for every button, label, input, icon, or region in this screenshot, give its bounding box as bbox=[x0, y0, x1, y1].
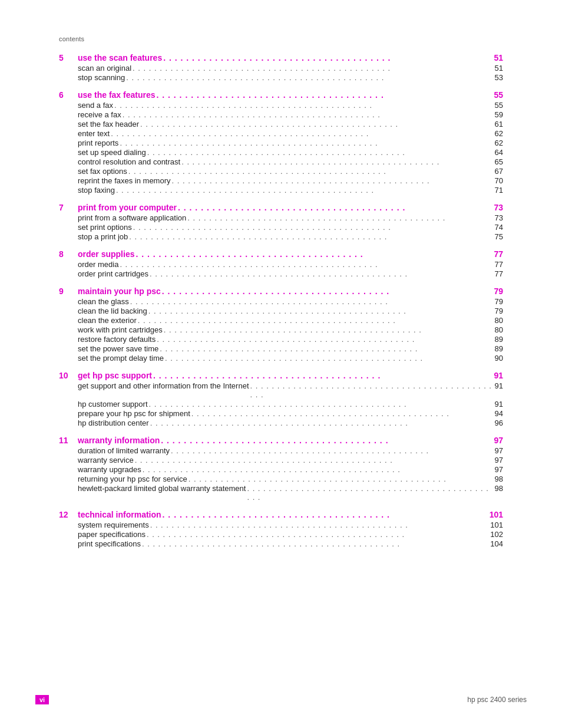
sub-title-text: order media bbox=[78, 260, 118, 269]
chapter-pagenum-6: 55 bbox=[494, 90, 503, 100]
sub-page-num: 98 bbox=[495, 484, 503, 493]
sub-item-6-2: set the fax header . . . . . . . . . . .… bbox=[59, 120, 503, 129]
sub-page-num: 102 bbox=[490, 530, 503, 539]
sub-item-10-1: hp customer support . . . . . . . . . . … bbox=[59, 400, 503, 409]
sub-page-num: 90 bbox=[495, 354, 503, 363]
sub-item-6-7: set fax options . . . . . . . . . . . . … bbox=[59, 167, 503, 176]
sub-dots: . . . . . . . . . . . . . . . . . . . . … bbox=[120, 260, 493, 269]
sub-item-8-1: order print cartridges . . . . . . . . .… bbox=[59, 269, 503, 278]
sub-item-6-4: print reports . . . . . . . . . . . . . … bbox=[59, 139, 503, 147]
chapter-dots-10: . . . . . . . . . . . . . . . . . . . . … bbox=[153, 371, 492, 380]
page: contents 5use the scan features . . . . … bbox=[0, 0, 562, 728]
sub-title-text: stop scanning bbox=[78, 73, 125, 82]
sub-title-text: duration of limited warranty bbox=[78, 446, 170, 455]
sub-title-text: returning your hp psc for service bbox=[78, 475, 187, 483]
toc-section-7: 7print from your computer . . . . . . . … bbox=[59, 203, 503, 241]
sub-title-text: print from a software application bbox=[78, 213, 186, 222]
sub-dots: . . . . . . . . . . . . . . . . . . . . … bbox=[172, 176, 494, 185]
sub-page-num: 89 bbox=[495, 335, 503, 344]
chapter-num-7: 7 bbox=[59, 203, 78, 212]
sub-item-9-0: clean the glass . . . . . . . . . . . . … bbox=[59, 297, 503, 306]
sub-page-num: 89 bbox=[495, 344, 503, 353]
chapter-title-5[interactable]: use the scan features . . . . . . . . . … bbox=[78, 53, 503, 62]
sub-page-num: 91 bbox=[495, 400, 503, 409]
chapter-num-9: 9 bbox=[59, 286, 78, 296]
sub-title-text: restore factory defaults bbox=[78, 335, 156, 344]
sub-title-text: scan an original bbox=[78, 64, 131, 73]
chapter-dots-5: . . . . . . . . . . . . . . . . . . . . … bbox=[163, 53, 492, 62]
chapter-row-6: 6use the fax features . . . . . . . . . … bbox=[59, 90, 503, 100]
sub-item-11-2: warranty upgrades . . . . . . . . . . . … bbox=[59, 465, 503, 474]
sub-title-text: get support and other information from t… bbox=[78, 381, 249, 390]
sub-item-5-1: stop scanning . . . . . . . . . . . . . … bbox=[59, 73, 503, 82]
sub-title-text: warranty service bbox=[78, 456, 134, 465]
chapter-title-text-12: technical information bbox=[78, 510, 161, 519]
chapter-num-8: 8 bbox=[59, 249, 78, 259]
sub-dots: . . . . . . . . . . . . . . . . . . . . … bbox=[150, 269, 494, 278]
chapter-title-text-10: get hp psc support bbox=[78, 371, 152, 380]
sub-page-num: 97 bbox=[495, 446, 503, 455]
sub-page-num: 70 bbox=[495, 176, 503, 185]
sub-item-7-2: stop a print job . . . . . . . . . . . .… bbox=[59, 232, 503, 241]
sub-dots: . . . . . . . . . . . . . . . . . . . . … bbox=[147, 530, 489, 539]
sub-page-num: 55 bbox=[495, 101, 503, 110]
sub-item-10-2: prepare your hp psc for shipment . . . .… bbox=[59, 409, 503, 418]
sub-title-text: set fax options bbox=[78, 167, 127, 176]
sub-title-text: set the prompt delay time bbox=[78, 354, 164, 363]
chapter-row-7: 7print from your computer . . . . . . . … bbox=[59, 203, 503, 212]
chapter-row-5: 5use the scan features . . . . . . . . .… bbox=[59, 53, 503, 62]
sub-page-num: 51 bbox=[495, 64, 503, 73]
sub-item-9-6: set the prompt delay time . . . . . . . … bbox=[59, 354, 503, 363]
sub-page-num: 96 bbox=[495, 419, 503, 427]
chapter-title-7[interactable]: print from your computer . . . . . . . .… bbox=[78, 203, 503, 212]
chapter-title-text-5: use the scan features bbox=[78, 53, 162, 62]
chapter-title-text-11: warranty information bbox=[78, 436, 160, 445]
sub-dots: . . . . . . . . . . . . . . . . . . . . … bbox=[130, 297, 494, 306]
sub-dots: . . . . . . . . . . . . . . . . . . . . … bbox=[116, 186, 494, 195]
chapter-title-11[interactable]: warranty information . . . . . . . . . .… bbox=[78, 436, 503, 445]
chapter-dots-12: . . . . . . . . . . . . . . . . . . . . … bbox=[163, 510, 488, 519]
sub-page-num: 74 bbox=[495, 223, 503, 232]
sub-title-text: work with print cartridges bbox=[78, 325, 163, 334]
sub-page-num: 80 bbox=[495, 325, 503, 334]
sub-title-text: clean the lid backing bbox=[78, 307, 147, 315]
sub-dots: . . . . . . . . . . . . . . . . . . . . … bbox=[138, 316, 494, 325]
sub-dots: . . . . . . . . . . . . . . . . . . . . … bbox=[187, 213, 493, 222]
sub-dots: . . . . . . . . . . . . . . . . . . . . … bbox=[171, 446, 493, 455]
sub-page-num: 71 bbox=[495, 186, 503, 195]
toc-section-11: 11warranty information . . . . . . . . .… bbox=[59, 436, 503, 502]
sub-dots: . . . . . . . . . . . . . . . . . . . . … bbox=[128, 167, 494, 176]
chapter-title-6[interactable]: use the fax features . . . . . . . . . .… bbox=[78, 90, 503, 100]
chapter-title-8[interactable]: order supplies . . . . . . . . . . . . .… bbox=[78, 249, 503, 259]
sub-dots: . . . . . . . . . . . . . . . . . . . . … bbox=[114, 101, 494, 110]
sub-page-num: 79 bbox=[495, 307, 503, 315]
sub-title-text: hp distribution center bbox=[78, 419, 149, 427]
chapter-row-9: 9maintain your hp psc . . . . . . . . . … bbox=[59, 286, 503, 296]
chapter-dots-9: . . . . . . . . . . . . . . . . . . . . … bbox=[162, 286, 493, 296]
sub-item-12-0: system requirements . . . . . . . . . . … bbox=[59, 521, 503, 529]
sub-page-num: 62 bbox=[495, 129, 503, 138]
sub-title-text: warranty upgrades bbox=[78, 465, 141, 474]
chapter-title-9[interactable]: maintain your hp psc . . . . . . . . . .… bbox=[78, 286, 503, 296]
sub-item-9-4: restore factory defaults . . . . . . . .… bbox=[59, 335, 503, 344]
sub-title-text: prepare your hp psc for shipment bbox=[78, 409, 190, 418]
chapter-pagenum-7: 73 bbox=[494, 203, 503, 212]
chapter-title-text-6: use the fax features bbox=[78, 90, 156, 100]
chapter-title-12[interactable]: technical information . . . . . . . . . … bbox=[78, 510, 503, 519]
sub-item-6-6: control resolution and contrast . . . . … bbox=[59, 157, 503, 166]
sub-dots: . . . . . . . . . . . . . . . . . . . . … bbox=[164, 325, 494, 334]
sub-page-num: 77 bbox=[495, 260, 503, 269]
sub-dots: . . . . . . . . . . . . . . . . . . . . … bbox=[247, 484, 493, 502]
chapter-pagenum-11: 97 bbox=[494, 436, 503, 445]
chapter-title-text-8: order supplies bbox=[78, 249, 134, 259]
sub-item-7-1: set print options . . . . . . . . . . . … bbox=[59, 223, 503, 232]
sub-item-9-1: clean the lid backing . . . . . . . . . … bbox=[59, 307, 503, 315]
sub-dots: . . . . . . . . . . . . . . . . . . . . … bbox=[133, 223, 494, 232]
sub-page-num: 67 bbox=[495, 167, 503, 176]
sub-dots: . . . . . . . . . . . . . . . . . . . . … bbox=[147, 148, 494, 157]
sub-item-8-0: order media . . . . . . . . . . . . . . … bbox=[59, 260, 503, 269]
chapter-title-10[interactable]: get hp psc support . . . . . . . . . . .… bbox=[78, 371, 503, 380]
sub-dots: . . . . . . . . . . . . . . . . . . . . … bbox=[140, 120, 493, 129]
sub-title-text: clean the glass bbox=[78, 297, 129, 306]
chapter-pagenum-8: 77 bbox=[494, 249, 503, 259]
